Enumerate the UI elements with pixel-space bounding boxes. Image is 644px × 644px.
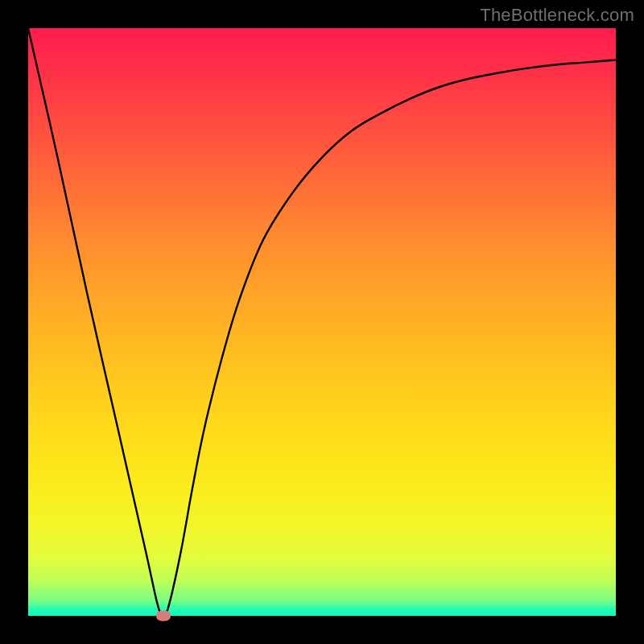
- bottleneck-curve: [28, 28, 616, 616]
- plot-area: [28, 28, 616, 616]
- min-marker: [156, 611, 171, 621]
- chart-frame: TheBottleneck.com: [0, 0, 644, 644]
- curve-svg: [28, 28, 616, 616]
- watermark-label: TheBottleneck.com: [480, 5, 634, 26]
